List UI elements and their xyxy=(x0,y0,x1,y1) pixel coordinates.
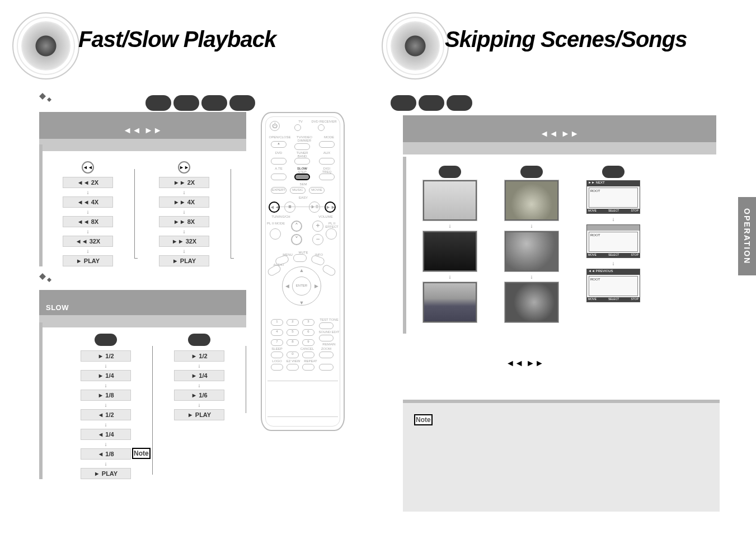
nav-right-icon: ▶ xyxy=(313,283,319,289)
remote-label: TEST TONE xyxy=(318,318,340,321)
remote-label: DIMMER xyxy=(294,139,314,142)
mp3-root-label: ROOT xyxy=(589,277,637,282)
media-badge xyxy=(229,95,255,111)
num-7-button: 7 xyxy=(271,339,283,346)
power-icon: ⏻ xyxy=(270,121,280,131)
pl2-effect-button xyxy=(326,228,337,240)
dvd-button xyxy=(271,158,287,165)
remote-divider xyxy=(280,207,325,207)
remote-label: REMAIN xyxy=(318,343,340,346)
vcd-skip-column: ↓ ↓ xyxy=(505,166,558,322)
remote-label: ZOOM xyxy=(318,347,335,350)
media-badge xyxy=(439,166,461,178)
mp3-foot-stop: STOP xyxy=(631,253,638,257)
speed-step: ◄ 1/8 xyxy=(81,448,131,460)
remote-label: TV xyxy=(294,120,307,123)
thumbnail-night xyxy=(423,231,477,271)
logo-button xyxy=(271,364,283,371)
num-8-button: 8 xyxy=(287,339,299,346)
remote-label: MOVIE xyxy=(309,188,325,191)
skip-note-block: Note xyxy=(403,400,720,512)
remote-label: A.TE xyxy=(271,167,287,170)
speed-step: ► PLAY xyxy=(159,255,209,266)
open-close-button: ▲ xyxy=(271,141,287,148)
speed-step: ► 1/6 xyxy=(174,390,224,401)
mp3-foot-stop: STOP xyxy=(631,297,638,302)
speed-step: ►► 4X xyxy=(159,196,209,208)
dig-button xyxy=(319,174,335,180)
mode-button xyxy=(319,141,335,148)
ate-button xyxy=(271,174,287,180)
num-5-button: 5 xyxy=(287,329,299,336)
media-badge xyxy=(188,334,210,346)
page-left: Fast/Slow Playback ◄◄ ►► ◄◄ ◄◄ 2X↓ ◄◄ 4X… xyxy=(0,0,369,534)
mp3-screen-previous: ◄◄ PREVIOUS ROOT MOVESELECTSTOP xyxy=(586,269,640,302)
channel-up-icon: ˄ xyxy=(291,221,302,232)
page-title-left: Fast/Slow Playback xyxy=(78,27,276,52)
mp3-foot-move: MOVE xyxy=(588,209,597,213)
skip-forward-icon: ►► xyxy=(178,161,190,174)
skip-back-icon: ◄◄ xyxy=(269,202,280,213)
mp3-foot-select: SELECT xyxy=(608,297,619,302)
media-badges-fast xyxy=(145,95,255,111)
mp3-skip-column: ►► NEXT ROOT MOVESELECTSTOP ↓ ROOT MOVES… xyxy=(586,166,640,302)
thumbnail-raccoon xyxy=(505,282,558,322)
remote-label: EZ VIEW xyxy=(284,359,302,363)
speed-step: ◄◄ 2X xyxy=(63,177,113,188)
remote-label: AUX xyxy=(319,151,335,154)
remote-divider xyxy=(267,416,338,417)
remain-button xyxy=(319,364,334,371)
num-9-button: 9 xyxy=(302,339,314,346)
testtone-button xyxy=(319,322,334,329)
mp3-foot-stop: STOP xyxy=(631,209,638,213)
tuner-button xyxy=(294,158,310,165)
speed-step: ◄ 1/4 xyxy=(81,429,131,440)
remote-label: DVD xyxy=(271,151,287,154)
thumbnail-chipmunk xyxy=(505,180,558,221)
mute-button xyxy=(293,254,307,262)
note-label: Note xyxy=(132,448,151,459)
speed-step: ◄◄ 8X xyxy=(63,216,113,227)
mp3-root-label: ROOT xyxy=(589,232,637,238)
channel-down-icon: ˅ xyxy=(291,234,302,245)
speed-step: ► 1/4 xyxy=(174,370,224,381)
remote-label: SLEEP xyxy=(270,347,284,350)
connector-line xyxy=(134,169,138,259)
speed-step: ◄◄ 4X xyxy=(63,196,113,208)
bottom-skip-icons: ◄◄ ►► xyxy=(506,358,544,368)
skip-body: ↓ ↓ ↓ ↓ ►► NEXT ROOT MOVESEL xyxy=(403,157,716,334)
side-tab-operation: OPERATION xyxy=(738,197,756,275)
remote-label: SOUND EDIT xyxy=(318,330,340,334)
aux-button xyxy=(319,158,335,165)
skip-fwd-icon: ►► xyxy=(325,202,336,213)
speed-step: ►► 2X xyxy=(159,177,209,188)
slow-note: Note xyxy=(132,448,238,459)
fast-forward-column: ►► ►► 2X↓ ►► 4X↓ ►► 8X↓ ►► 32X↓ ► PLAY xyxy=(159,161,209,266)
slow-header-label: SLOW xyxy=(39,300,246,315)
thumbnail-waterfall xyxy=(423,282,477,322)
remote-label: CANCEL xyxy=(299,347,316,350)
media-badge xyxy=(201,95,227,111)
connector-line xyxy=(246,346,246,413)
sparkle-icon xyxy=(39,90,56,109)
remote-label: TUNING/CH xyxy=(269,215,293,218)
media-badge xyxy=(602,166,624,178)
thumbnail-cheetah xyxy=(505,231,558,271)
volume-up-icon: + xyxy=(312,221,323,232)
speed-step: ◄◄ 32X xyxy=(63,236,113,247)
media-badges-skip xyxy=(391,95,472,111)
mp3-screen-next: ►► NEXT ROOT MOVESELECTSTOP xyxy=(586,180,640,214)
mp3-previous-label: ◄◄ PREVIOUS xyxy=(587,269,640,275)
pl2-mode-button xyxy=(270,228,281,240)
remote-label: DVD RECEIVER xyxy=(309,120,339,123)
mp3-root-label: ROOT xyxy=(589,188,637,194)
slow-dvd-column: ► 1/2↓ ► 1/4↓ ► 1/8↓ ◄ 1/2↓ ◄ 1/4↓ ◄ 1/8… xyxy=(81,334,131,479)
speaker-decoration-icon xyxy=(382,12,449,79)
volume-down-icon: − xyxy=(312,234,323,245)
media-badge xyxy=(391,95,416,111)
mp3-foot-move: MOVE xyxy=(588,253,597,257)
repeat-button xyxy=(302,364,314,371)
speed-step: ► 1/4 xyxy=(81,370,131,381)
num-3-button: 3 xyxy=(302,319,314,326)
speed-step: ► PLAY xyxy=(81,468,131,479)
